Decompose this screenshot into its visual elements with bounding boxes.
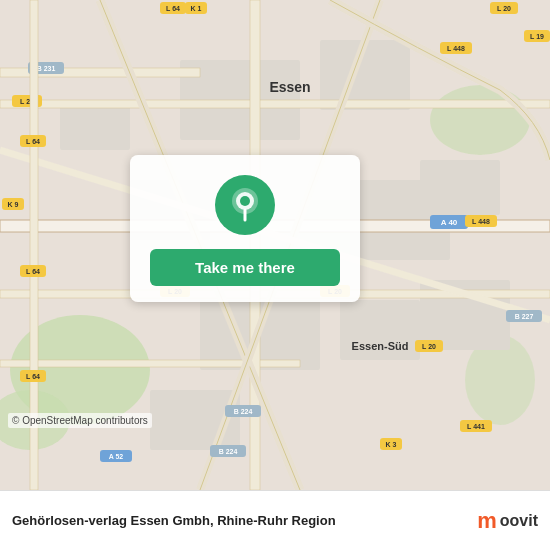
svg-text:B 231: B 231 [37,65,56,72]
svg-text:L 19: L 19 [530,33,544,40]
svg-text:K 9: K 9 [8,201,19,208]
svg-text:B 224: B 224 [219,448,238,455]
svg-rect-15 [420,160,500,215]
take-me-there-button[interactable]: Take me there [150,249,340,286]
moovit-logo: m oovit [477,508,538,534]
svg-text:L 64: L 64 [26,138,40,145]
svg-text:A 40: A 40 [441,218,458,227]
svg-text:A 52: A 52 [109,453,124,460]
place-name: Gehörlosen-verlag Essen Gmbh, Rhine-Ruhr… [12,513,336,528]
svg-text:Essen-Süd: Essen-Süd [352,340,409,352]
svg-text:L 448: L 448 [447,45,465,52]
moovit-m-letter: m [477,508,497,534]
pin-icon [230,187,260,223]
svg-text:L 64: L 64 [26,373,40,380]
svg-rect-19 [0,100,550,108]
place-info: Gehörlosen-verlag Essen Gmbh, Rhine-Ruhr… [12,513,336,528]
svg-text:B 227: B 227 [515,313,534,320]
svg-text:K 3: K 3 [386,441,397,448]
location-pin-circle [215,175,275,235]
svg-text:L 441: L 441 [467,423,485,430]
svg-text:L 64: L 64 [166,5,180,12]
svg-text:L 448: L 448 [472,218,490,225]
svg-text:L 20: L 20 [497,5,511,12]
svg-text:B 224: B 224 [234,408,253,415]
svg-text:L 64: L 64 [26,268,40,275]
svg-text:L 20: L 20 [422,343,436,350]
map-attribution: © OpenStreetMap contributors [8,413,152,428]
svg-text:Essen: Essen [269,79,310,95]
svg-point-4 [430,85,530,155]
bottom-bar: Gehörlosen-verlag Essen Gmbh, Rhine-Ruhr… [0,490,550,550]
take-me-there-card: Take me there [130,155,360,302]
moovit-text: oovit [500,512,538,530]
svg-text:K 1: K 1 [191,5,202,12]
map-view[interactable]: A 40 L 20 L 20 L 20 B 231 [0,0,550,490]
svg-point-76 [240,196,250,206]
